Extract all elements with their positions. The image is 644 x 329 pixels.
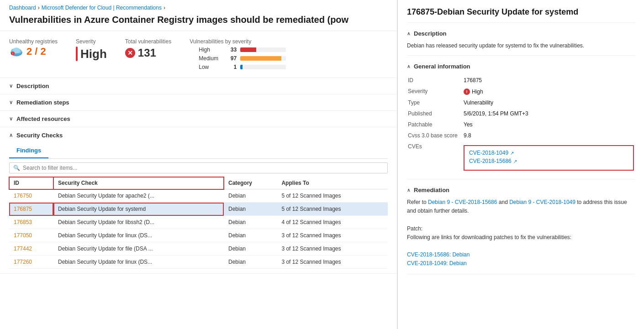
medium-bar bbox=[240, 56, 281, 61]
gen-cvss-label: Cvss 3.0 base score bbox=[408, 131, 463, 141]
remediation-label: Remediation steps bbox=[16, 99, 69, 106]
gen-info-table: ID 176875 Severity ! High Type Vulnerabi… bbox=[407, 74, 635, 173]
gen-pub-label: Published bbox=[408, 109, 463, 119]
col-id: ID bbox=[9, 177, 53, 189]
remediation-and: and bbox=[499, 199, 509, 205]
table-row[interactable]: 176750Debian Security Update for apache2… bbox=[9, 189, 388, 203]
general-info-header[interactable]: ∧ General information bbox=[407, 63, 635, 70]
security-checks-chevron: ∧ bbox=[9, 132, 13, 138]
security-checks-header[interactable]: ∧ Security Checks bbox=[9, 127, 388, 143]
row-id-4[interactable]: 177442 bbox=[9, 242, 53, 256]
remediation-header[interactable]: ∧ Remediation bbox=[407, 187, 635, 193]
external-link-icon-2: ↗ bbox=[513, 159, 517, 164]
description-text-right: Debian has released security update for … bbox=[407, 42, 635, 50]
row-id-2[interactable]: 176853 bbox=[9, 216, 53, 229]
gen-row-id: ID 176875 bbox=[408, 75, 634, 85]
row-applies-4: 3 of 12 Scanned Images bbox=[277, 242, 388, 256]
search-icon: 🔍 bbox=[13, 165, 20, 171]
unhealthy-value: 2 / 2 bbox=[26, 46, 46, 57]
row-id-0[interactable]: 176750 bbox=[9, 189, 53, 203]
col-applies-to: Applies To bbox=[277, 177, 388, 189]
remediation-link-2[interactable]: Debian 9 - CVE-2018-1049 bbox=[509, 199, 575, 205]
col-security-check: Security Check bbox=[53, 177, 224, 189]
vuln-by-severity: Vulnerabilities by severity High 33 Medi… bbox=[190, 38, 286, 70]
remediation-chevron-right: ∧ bbox=[407, 188, 410, 193]
row-category-5: Debian bbox=[224, 256, 277, 269]
remediation-intro: Refer to bbox=[407, 199, 428, 205]
high-bar bbox=[240, 47, 256, 52]
row-applies-0: 5 of 12 Scanned Images bbox=[277, 189, 388, 203]
right-panel-title: 176875-Debian Security Update for system… bbox=[407, 7, 635, 23]
tab-findings[interactable]: Findings bbox=[9, 143, 48, 158]
findings-table: ID Security Check Category Applies To 17… bbox=[9, 177, 388, 269]
total-vuln-value: 131 bbox=[138, 47, 156, 59]
breadcrumb-sep1: › bbox=[38, 5, 40, 11]
col-category: Category bbox=[224, 177, 277, 189]
row-check-4: Debian Security Update for file (DSA ... bbox=[53, 242, 224, 256]
gen-row-type: Type Vulnerability bbox=[408, 98, 634, 108]
medium-label: Medium bbox=[199, 55, 222, 62]
breadcrumb-sep2: › bbox=[164, 5, 165, 11]
row-applies-5: 3 of 12 Scanned Images bbox=[277, 256, 388, 269]
search-box[interactable]: 🔍 bbox=[9, 162, 388, 173]
description-header-right[interactable]: ∧ Description bbox=[407, 30, 635, 37]
right-panel: 176875-Debian Security Update for system… bbox=[397, 0, 644, 329]
security-checks-section: ∧ Security Checks Findings 🔍 ID Security… bbox=[0, 127, 397, 274]
breadcrumb-dashboard[interactable]: Dashboard bbox=[9, 5, 36, 11]
gen-sev-label: Severity bbox=[408, 86, 463, 97]
remediation-link-1[interactable]: Debian 9 - CVE-2018-15686 bbox=[428, 199, 497, 205]
high-severity-text: High bbox=[472, 89, 483, 95]
row-check-2: Debian Security Update for libssh2 (D... bbox=[53, 216, 224, 229]
svg-text:!: ! bbox=[12, 52, 13, 55]
cve-2-label: CVE-2018-15686 bbox=[469, 158, 512, 164]
cve-link-1[interactable]: CVE-2018-1049 ↗ bbox=[469, 150, 628, 156]
search-input[interactable] bbox=[23, 165, 384, 171]
severity-label: Severity bbox=[76, 38, 107, 45]
table-row[interactable]: 177050Debian Security Update for linux (… bbox=[9, 229, 388, 242]
security-checks-label: Security Checks bbox=[16, 132, 63, 139]
row-id-1[interactable]: 176875 bbox=[9, 203, 53, 216]
remediation-chevron: ∨ bbox=[9, 99, 13, 105]
vuln-severity-label: Vulnerabilities by severity bbox=[190, 38, 286, 45]
general-info-section: ∧ General information ID 176875 Severity… bbox=[407, 63, 635, 179]
table-row[interactable]: 176875Debian Security Update for systemd… bbox=[9, 203, 388, 216]
gen-id-value: 176875 bbox=[464, 75, 634, 85]
breadcrumb-defender[interactable]: Microsoft Defender for Cloud | Recommend… bbox=[42, 5, 162, 11]
gen-patch-label: Patchable bbox=[408, 120, 463, 130]
vuln-icon: ✕ bbox=[125, 48, 135, 58]
unhealthy-metric: Unhealthy registries ! 2 / 2 bbox=[9, 38, 58, 57]
high-count: 33 bbox=[225, 47, 237, 53]
patch-link-2[interactable]: CVE-2018-1049: Debian bbox=[407, 260, 467, 266]
patch-desc: Following are links for downloading patc… bbox=[407, 234, 571, 240]
patch-link-1[interactable]: CVE-2018-15686: Debian bbox=[407, 251, 470, 258]
remediation-steps-section[interactable]: ∨ Remediation steps bbox=[0, 94, 397, 111]
high-severity-dot: ! bbox=[464, 89, 470, 95]
row-category-2: Debian bbox=[224, 216, 277, 229]
gen-row-published: Published 5/6/2019, 1:54 PM GMT+3 bbox=[408, 109, 634, 119]
row-check-5: Debian Security Update for linux (DS... bbox=[53, 256, 224, 269]
row-id-5[interactable]: 177260 bbox=[9, 256, 53, 269]
remediation-text: Refer to Debian 9 - CVE-2018-15686 and D… bbox=[407, 198, 635, 268]
severity-value: High bbox=[80, 47, 107, 61]
cve-link-2[interactable]: CVE-2018-15686 ↗ bbox=[469, 158, 628, 164]
severity-bar bbox=[76, 47, 78, 61]
gen-sev-value: ! High bbox=[464, 86, 634, 97]
row-category-1: Debian bbox=[224, 203, 277, 216]
table-row[interactable]: 177442Debian Security Update for file (D… bbox=[9, 242, 388, 256]
description-section[interactable]: ∨ Description bbox=[0, 78, 397, 94]
medium-count: 97 bbox=[225, 55, 237, 62]
page-title: Vulnerabilities in Azure Container Regis… bbox=[0, 13, 397, 31]
vuln-row-medium: Medium 97 bbox=[199, 55, 286, 62]
table-row[interactable]: 176853Debian Security Update for libssh2… bbox=[9, 216, 388, 229]
high-label: High bbox=[199, 47, 222, 53]
gen-pub-value: 5/6/2019, 1:54 PM GMT+3 bbox=[464, 109, 634, 119]
cve-1-label: CVE-2018-1049 bbox=[469, 150, 508, 156]
row-category-0: Debian bbox=[224, 189, 277, 203]
affected-resources-section[interactable]: ∨ Affected resources bbox=[0, 111, 397, 127]
gen-cves-value: CVE-2018-1049 ↗ CVE-2018-15686 ↗ bbox=[464, 141, 634, 172]
unhealthy-label: Unhealthy registries bbox=[9, 38, 58, 45]
gen-row-cvss: Cvss 3.0 base score 9.8 bbox=[408, 131, 634, 141]
high-bar-container bbox=[240, 47, 286, 52]
row-id-3[interactable]: 177050 bbox=[9, 229, 53, 242]
table-row[interactable]: 177260Debian Security Update for linux (… bbox=[9, 256, 388, 269]
